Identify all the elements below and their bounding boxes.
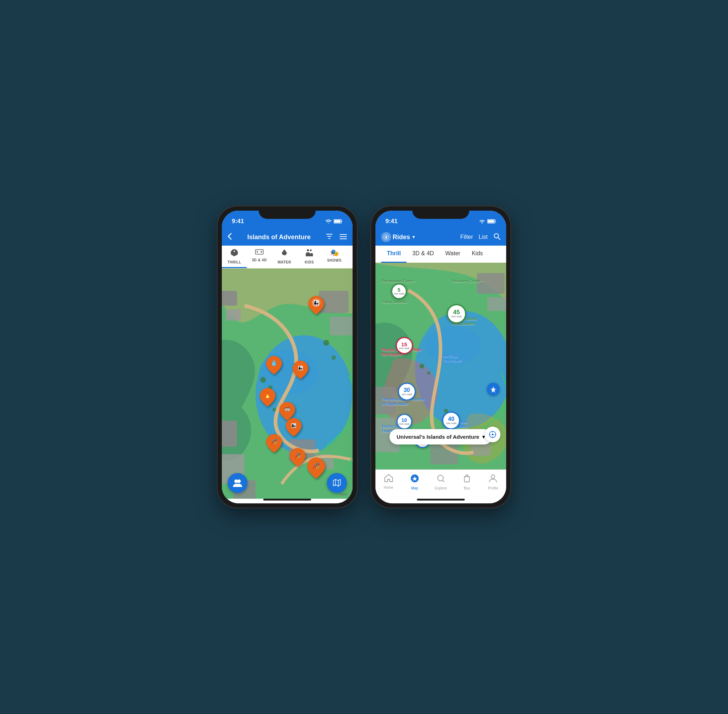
tab-thrill-label: THRILL: [227, 260, 241, 264]
svg-text:🎢: 🎢: [295, 452, 301, 458]
screen-1: 9:41 Islands of Adventure: [222, 211, 353, 503]
svg-point-11: [307, 249, 309, 251]
notch-1: [259, 206, 316, 219]
filter-tab-3d4d[interactable]: 3D & 4D: [406, 246, 439, 263]
menu-icon-1[interactable]: [340, 234, 347, 241]
notch-2: [412, 206, 469, 219]
tab-home[interactable]: Home: [375, 472, 402, 489]
wait-bilge[interactable]: 15 min wait: [396, 337, 413, 354]
svg-point-42: [237, 480, 241, 483]
svg-rect-56: [477, 273, 504, 294]
svg-point-63: [427, 371, 430, 375]
svg-text:👨‍👧: 👨‍👧: [291, 423, 296, 428]
pin-thrill-2[interactable]: 🎢: [290, 448, 305, 466]
rides-selector[interactable]: Rides ▼: [381, 232, 416, 242]
search-button[interactable]: [493, 233, 501, 242]
battery-icon-2: [487, 219, 496, 224]
svg-rect-57: [487, 297, 506, 311]
wait-hulk[interactable]: 40 min wait: [442, 412, 460, 429]
pin-kids-1[interactable]: 👨‍👧: [308, 296, 324, 315]
svg-text:🎢: 🎢: [313, 462, 320, 469]
pin-water-2[interactable]: 🔥: [260, 388, 275, 406]
wait-velocicoaster[interactable]: 45 min wait: [447, 304, 466, 324]
map-button-1[interactable]: [327, 473, 347, 493]
profile-icon: [489, 474, 497, 485]
phone-2: 9:41 Rides ▼ Filter List: [371, 206, 510, 508]
svg-line-52: [498, 237, 500, 240]
svg-point-9: [256, 251, 258, 252]
tab-explore[interactable]: Explore: [427, 472, 454, 490]
svg-point-30: [331, 355, 336, 360]
explore-icon: [436, 474, 445, 485]
label-pteranodon: Pteranodon Flyers™: [382, 279, 417, 283]
svg-point-28: [272, 408, 276, 411]
home-indicator-2: [417, 499, 465, 501]
filter-tab-thrill[interactable]: Thrill: [381, 246, 406, 263]
status-icons-2: [479, 219, 496, 224]
wait-pteranodon[interactable]: 5 min wait: [391, 284, 407, 299]
location-button[interactable]: [485, 427, 501, 442]
time-2: 9:41: [385, 218, 397, 225]
tab-profile[interactable]: Profile: [480, 472, 506, 490]
pin-kids-2[interactable]: 👨‍👧: [293, 361, 308, 379]
wait-spiderman[interactable]: 30 min wait: [398, 383, 416, 400]
map-container-1[interactable]: 👨‍👧 💧 👨‍👧: [222, 268, 353, 499]
filter-tab-kids[interactable]: Kids: [466, 246, 489, 263]
wifi-icon-2: [479, 219, 485, 224]
tab-kids-label: KIDS: [305, 260, 314, 264]
map-icon: [411, 474, 419, 485]
rides-chevron-icon: ▼: [412, 234, 416, 240]
list-button[interactable]: List: [479, 234, 487, 240]
svg-rect-50: [385, 237, 387, 238]
tab-thrill[interactable]: THRILL: [222, 246, 247, 268]
tab-dining[interactable]: 🍽 DINING: [347, 246, 353, 268]
back-button-1[interactable]: [227, 233, 232, 242]
wait-docdoom[interactable]: 10 min wait: [397, 414, 412, 429]
tab-buy-label: Buy: [464, 486, 470, 490]
svg-rect-24: [330, 316, 353, 335]
label-meship: Me Ship,The Olive®: [443, 354, 462, 363]
tab-kids[interactable]: KIDS: [297, 246, 322, 268]
tab-profile-label: Profile: [488, 486, 498, 490]
svg-point-46: [481, 223, 483, 224]
tab-map[interactable]: Map: [402, 472, 427, 490]
svg-rect-18: [222, 421, 237, 447]
tab-shows-label: SHOWS: [327, 258, 341, 262]
pin-thrill-1[interactable]: 🎢: [266, 434, 282, 453]
filter-icon-1[interactable]: [326, 233, 332, 242]
category-tabs-1: THRILL 3D & 4D WATER: [222, 246, 353, 268]
label-camp: Camp Jurassic: [382, 300, 407, 304]
svg-rect-16: [222, 291, 237, 306]
rides-selector-icon: [381, 232, 391, 242]
buy-icon: [463, 474, 471, 485]
park-selector[interactable]: Universal's Islands of Adventure ▾: [390, 429, 492, 444]
phone-1: 9:41 Islands of Adventure: [218, 206, 357, 508]
tab-buy[interactable]: Buy: [454, 472, 480, 490]
tab-map-label: Map: [411, 486, 418, 490]
people-button[interactable]: [227, 473, 248, 493]
time-1: 9:41: [232, 218, 244, 225]
pin-water-1[interactable]: 💧: [266, 356, 282, 375]
svg-point-29: [323, 340, 329, 346]
svg-point-10: [261, 251, 262, 252]
pin-kids-3[interactable]: 👨‍👧: [286, 418, 301, 436]
tab-bar: Home Map Explore: [375, 470, 506, 499]
filter-tabs: Thrill 3D & 4D Water Kids: [375, 246, 506, 263]
label-discovery: Discovery Center™: [451, 279, 484, 283]
svg-point-62: [420, 364, 424, 369]
map2-container[interactable]: Pteranodon Flyers™ Camp Jurassic Discove…: [375, 263, 506, 470]
tab-3d4d[interactable]: 3D & 4D: [247, 246, 272, 268]
filter-button[interactable]: Filter: [460, 234, 473, 240]
tab-shows[interactable]: 🎭 SHOWS: [322, 246, 347, 268]
tab-explore-label: Explore: [435, 486, 447, 490]
navigation-icon[interactable]: [487, 383, 500, 396]
filter-tab-water[interactable]: Water: [440, 246, 466, 263]
map-bg-1: 👨‍👧 💧 👨‍👧: [222, 268, 353, 499]
wifi-icon-1: [325, 219, 331, 224]
svg-point-12: [310, 249, 312, 251]
tab-home-label: Home: [384, 486, 393, 489]
screen-2: 9:41 Rides ▼ Filter List: [375, 211, 506, 503]
rides-label: Rides: [393, 234, 410, 241]
tab-water[interactable]: WATER: [272, 246, 297, 268]
rides-nav: Rides ▼ Filter List: [375, 228, 506, 246]
